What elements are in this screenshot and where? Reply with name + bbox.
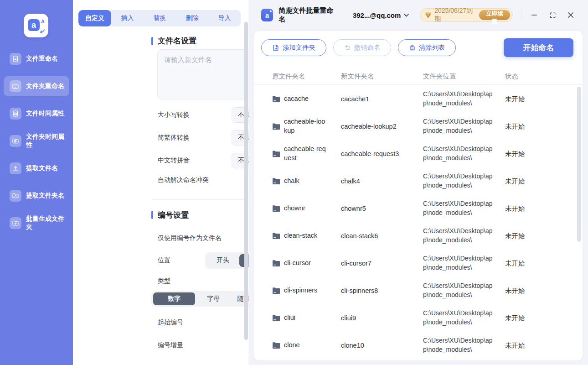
add-folder-button[interactable]: 添加文件夹 <box>261 39 326 56</box>
titlebar: aA 简鹿文件批量重命名 392...@qq.com V 2025/06/27到… <box>248 0 588 30</box>
tab-delete[interactable]: 删除 <box>176 10 208 26</box>
row-status: 未开始 <box>505 204 525 213</box>
row-status: 未开始 <box>505 95 525 104</box>
minimize-button[interactable] <box>531 11 538 19</box>
tab-insert[interactable]: 插入 <box>111 10 144 26</box>
folder-icon <box>272 96 280 103</box>
window-title: 简鹿文件批量重命名 <box>279 6 336 24</box>
account-email: 392...@qq.com <box>353 11 401 19</box>
folder-icon <box>272 123 280 130</box>
section-accent-bar <box>151 37 153 45</box>
table-row[interactable]: clean-stack clean-stack6 C:\Users\XU\Des… <box>254 222 583 250</box>
table-row[interactable]: cli-cursor cli-cursor7 C:\Users\XU\Deskt… <box>254 250 583 277</box>
folder-list-card: 添加文件夹 撤销命名 清除列表 开始命名 原文件夹名 新文件夹名 文件夹位置 状… <box>254 31 583 360</box>
original-folder-name: cacheable-request <box>284 145 326 162</box>
original-folder-name: clean-stack <box>284 231 326 240</box>
type-option[interactable]: 字母 <box>195 292 232 305</box>
row-status: 未开始 <box>505 122 525 131</box>
vip-gem-icon: V <box>425 12 431 18</box>
close-button[interactable] <box>567 11 574 19</box>
folder-path: C:\Users\XU\Desktop\app\node_modules\ <box>423 309 495 327</box>
table-row[interactable]: cacheable-lookup cacheable-lookup2 C:\Us… <box>254 113 583 140</box>
app-logo: a A <box>24 14 48 37</box>
folder-path: C:\Users\XU\Desktop\app\node_modules\ <box>423 282 495 300</box>
filename-section-header: 文件名设置 <box>151 36 196 46</box>
new-folder-name: cli-cursor7 <box>341 260 412 267</box>
sidebar-item-extract-filename[interactable]: 提取文件名 <box>4 158 69 178</box>
file-rename-icon <box>10 53 21 65</box>
sidebar-item-file-rename[interactable]: 文件重命名 <box>4 49 69 69</box>
type-label: 类型 <box>158 277 170 285</box>
table-row[interactable]: cli-spinners cli-spinners8 C:\Users\XU\D… <box>254 277 583 304</box>
settings-panel: 自定义 插入 替换 删除 导入 文件名设置 大小写转换 不改变 ▼ 简繁体转换 … <box>73 0 248 365</box>
sidebar-item-folder-time[interactable]: 文件夹时间属性 <box>4 131 69 151</box>
sidebar-item-folder-rename[interactable]: 文件夹重命名 <box>4 76 69 96</box>
new-folder-name: cacheable-lookup2 <box>341 123 412 130</box>
folder-path: C:\Users\XU\Desktop\app\node_modules\ <box>423 199 495 218</box>
table-row[interactable]: clone clone10 C:\Users\XU\Desktop\app\no… <box>254 332 583 359</box>
original-folder-name: clone <box>284 341 326 350</box>
folder-icon <box>272 151 280 157</box>
table-body: cacache cacache1 C:\Users\XU\Desktop\app… <box>254 85 583 359</box>
new-folder-name: cliui9 <box>341 314 412 322</box>
table-row[interactable]: cliui cliui9 C:\Users\XU\Desktop\app\nod… <box>254 304 583 332</box>
folder-icon <box>272 260 280 267</box>
row-status: 未开始 <box>505 232 525 240</box>
original-folder-name: cliui <box>284 313 326 323</box>
sidebar-item-batch-create[interactable]: 批量生成文件夹 <box>4 213 69 233</box>
maximize-icon <box>549 12 556 19</box>
new-folder-name: cacache1 <box>341 95 412 103</box>
original-folder-name: cli-spinners <box>284 286 326 295</box>
section-accent-bar <box>151 211 153 219</box>
tab-import[interactable]: 导入 <box>208 10 241 26</box>
folder-rename-icon <box>10 80 21 92</box>
maximize-button[interactable] <box>549 11 556 19</box>
panel-scrollbar[interactable] <box>244 22 248 340</box>
new-folder-name: chalk4 <box>341 177 412 185</box>
table-row[interactable]: chalk chalk4 C:\Users\XU\Desktop\app\nod… <box>254 167 583 195</box>
main-area: aA 简鹿文件批量重命名 392...@qq.com V 2025/06/27到… <box>248 0 588 365</box>
add-folder-icon <box>272 44 279 52</box>
sidebar-item-extract-foldername[interactable]: 提取文件夹名 <box>4 186 69 206</box>
tab-custom[interactable]: 自定义 <box>78 10 111 26</box>
new-folder-name: cacheable-request3 <box>341 150 412 157</box>
new-folder-name: cli-spinners8 <box>341 287 412 294</box>
titlebar-separator <box>521 10 521 20</box>
folder-path: C:\Users\XU\Desktop\app\node_modules\ <box>423 227 495 245</box>
logo-swap-arrow-icon <box>39 29 45 33</box>
tab-replace[interactable]: 替换 <box>144 10 176 26</box>
row-status: 未开始 <box>505 150 525 158</box>
position-label: 位置 <box>158 256 170 265</box>
start-rename-button[interactable]: 开始命名 <box>504 38 573 57</box>
original-folder-name: cacheable-lookup <box>284 117 326 135</box>
original-folder-name: chalk <box>284 177 326 186</box>
chevron-down-icon <box>404 14 409 17</box>
folder-icon <box>272 233 280 240</box>
table-scrollbar[interactable] <box>577 87 581 242</box>
table-row[interactable]: cacheable-request cacheable-request3 C:\… <box>254 140 583 167</box>
extract-file-icon <box>10 162 21 174</box>
rule-tabbar: 自定义 插入 替换 删除 导入 <box>78 10 241 26</box>
renew-button[interactable]: 立即续费 <box>479 10 510 20</box>
clear-list-button[interactable]: 清除列表 <box>398 39 456 56</box>
table-row[interactable]: chownr chownr5 C:\Users\XU\Desktop\app\n… <box>254 195 583 222</box>
row-status: 未开始 <box>505 177 525 186</box>
folder-icon <box>272 342 280 349</box>
row-status: 未开始 <box>505 287 525 295</box>
folder-path: C:\Users\XU\Desktop\app\node_modules\ <box>423 117 495 136</box>
file-time-icon <box>10 108 21 120</box>
undo-rename-button[interactable]: 撤销命名 <box>333 39 391 56</box>
account-dropdown[interactable]: 392...@qq.com <box>353 11 409 19</box>
auto-resolve-label: 自动解决命名冲突 <box>158 176 209 184</box>
logo-A-icon: A <box>41 19 45 24</box>
folder-path: C:\Users\XU\Desktop\app\node_modules\ <box>423 90 495 108</box>
sidebar-nav: 文件重命名 文件夹重命名 文件时间属性 文件夹时间属性 提取文件名 提取文件夹名… <box>0 49 73 240</box>
sidebar-item-file-time[interactable]: 文件时间属性 <box>4 104 69 124</box>
position-option[interactable]: 开头 <box>207 254 239 267</box>
new-folder-name: clone10 <box>341 342 412 349</box>
col-folder-path: 文件夹位置 <box>423 72 456 81</box>
type-option[interactable]: 数字 <box>153 292 195 305</box>
original-folder-name: chownr <box>284 204 326 213</box>
license-expiry: 2025/06/27到期 <box>434 7 476 23</box>
table-row[interactable]: cacache cacache1 C:\Users\XU\Desktop\app… <box>254 85 583 113</box>
